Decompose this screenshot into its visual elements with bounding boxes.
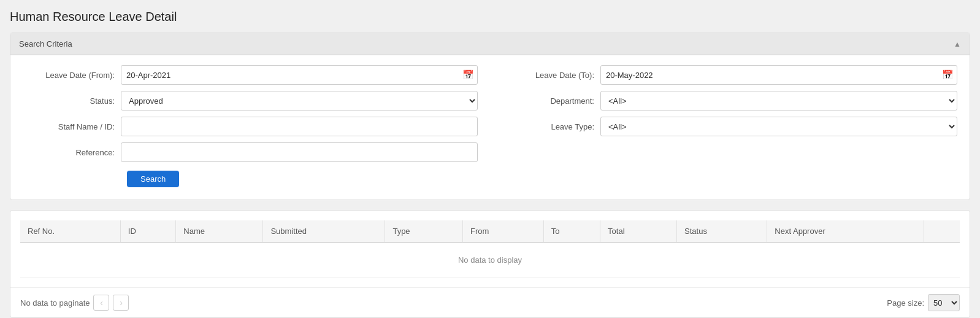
col-id: ID [120,220,175,242]
chevron-right-icon: › [120,298,123,308]
leave-date-to-row: Leave Date (To): 📅 [502,65,957,85]
leave-type-label: Leave Type: [502,122,600,131]
prev-page-button[interactable]: ‹ [93,295,109,311]
no-data-paginate-text: No data to paginate [20,298,90,308]
chevron-left-icon: ‹ [100,298,103,308]
staff-name-label: Staff Name / ID: [23,122,121,131]
leave-date-to-calendar-icon[interactable]: 📅 [942,69,954,80]
pagination-controls: No data to paginate ‹ › [20,295,129,311]
table-header-row: Ref No. ID Name Submitted Type From To T… [20,220,960,242]
status-select[interactable]: Approved Pending Rejected All [121,91,478,111]
pagination-bar: No data to paginate ‹ › Page size: 10 25… [10,287,970,317]
table-body: No data to display [20,242,960,277]
page-size-label: Page size: [887,298,924,308]
col-actions [924,220,960,242]
col-total: Total [600,220,677,242]
leave-date-from-calendar-icon[interactable]: 📅 [462,69,474,80]
col-next-approver: Next Approver [767,220,924,242]
left-column: Leave Date (From): 📅 Status: Approved Pe… [23,65,478,187]
page-size-select[interactable]: 10 25 50 100 [928,294,960,311]
search-criteria-card: Search Criteria ▲ Leave Date (From): 📅 S… [10,33,970,200]
col-name: Name [176,220,263,242]
col-to: To [543,220,600,242]
leave-date-to-wrapper: 📅 [600,65,957,85]
reference-row: Reference: [23,142,478,162]
results-table: Ref No. ID Name Submitted Type From To T… [20,220,960,277]
search-criteria-header: Search Criteria ▲ [10,33,970,55]
department-row: Department: <All> [502,91,957,111]
leave-date-from-input[interactable] [121,65,478,85]
leave-date-from-label: Leave Date (From): [23,71,121,80]
status-row: Status: Approved Pending Rejected All [23,91,478,111]
table-container: Ref No. ID Name Submitted Type From To T… [10,211,970,287]
page-title: Human Resource Leave Detail [10,10,970,24]
department-label: Department: [502,96,600,106]
leave-date-to-label: Leave Date (To): [502,71,600,80]
reference-input[interactable] [121,142,478,162]
search-criteria-body: Leave Date (From): 📅 Status: Approved Pe… [10,55,970,200]
leave-date-from-row: Leave Date (From): 📅 [23,65,478,85]
no-data-cell: No data to display [20,242,960,277]
col-status: Status [677,220,767,242]
col-type: Type [385,220,463,242]
col-from: From [463,220,544,242]
search-criteria-label: Search Criteria [19,39,72,48]
page-size-wrapper: Page size: 10 25 50 100 [887,294,960,311]
staff-name-input[interactable] [121,117,478,136]
leave-type-select[interactable]: <All> [600,117,957,136]
leave-type-row: Leave Type: <All> [502,117,957,136]
next-page-button[interactable]: › [113,295,129,311]
table-card: Ref No. ID Name Submitted Type From To T… [10,210,970,318]
right-column: Leave Date (To): 📅 Department: <All> Lea… [502,65,957,187]
department-select[interactable]: <All> [600,91,957,111]
leave-date-from-wrapper: 📅 [121,65,478,85]
search-btn-row: Search [23,168,478,187]
table-head: Ref No. ID Name Submitted Type From To T… [20,220,960,242]
status-label: Status: [23,96,121,106]
reference-label: Reference: [23,148,121,157]
form-grid: Leave Date (From): 📅 Status: Approved Pe… [23,65,957,187]
col-ref-no: Ref No. [20,220,120,242]
collapse-icon[interactable]: ▲ [954,40,961,48]
staff-name-row: Staff Name / ID: [23,117,478,136]
no-data-row: No data to display [20,242,960,277]
leave-date-to-input[interactable] [600,65,957,85]
search-button[interactable]: Search [127,171,179,187]
col-submitted: Submitted [263,220,385,242]
